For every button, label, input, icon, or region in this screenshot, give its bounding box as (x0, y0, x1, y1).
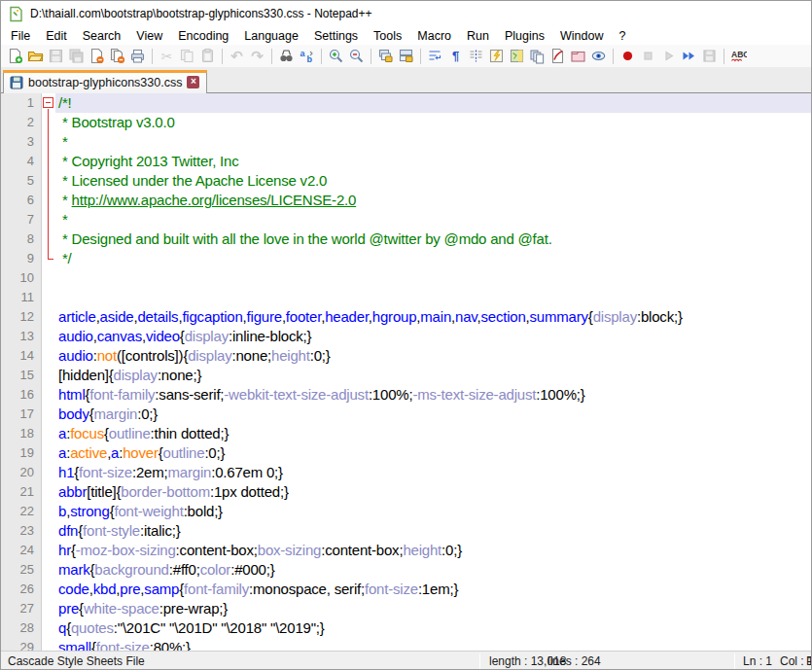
line-number[interactable]: 12 (1, 307, 42, 327)
line-number[interactable]: 16 (1, 385, 42, 405)
code-line-text[interactable]: * Designed and built with all the love i… (55, 229, 811, 249)
line-number[interactable]: 10 (1, 268, 42, 288)
copy-icon[interactable] (177, 47, 197, 66)
tab-bootstrap-glyphicons330[interactable]: bootstrap-glyphicons330.css × (3, 70, 207, 93)
code-line-text[interactable]: small{font-size:80%;} (55, 638, 811, 651)
sync-horizontal-icon[interactable] (396, 47, 416, 66)
code-line-text[interactable]: abbr[title]{border-bottom:1px dotted;} (55, 482, 811, 502)
close-tab-icon[interactable]: × (187, 76, 199, 88)
project-panel-icon[interactable] (568, 47, 588, 66)
menu-item-search[interactable]: Search (75, 28, 129, 44)
code-line-text[interactable]: b,strong{font-weight:bold;} (55, 502, 811, 521)
save-icon[interactable] (46, 47, 66, 66)
menu-item-settings[interactable]: Settings (306, 28, 366, 44)
document-list-icon[interactable] (527, 47, 547, 66)
line-number[interactable]: 27 (1, 599, 42, 618)
print-icon[interactable] (127, 47, 148, 66)
line-number[interactable]: 7 (1, 210, 42, 229)
code-line-text[interactable]: * (55, 210, 811, 229)
code-line-text[interactable]: pre{white-space:pre-wrap;} (55, 599, 811, 618)
zoom-out-icon[interactable] (346, 47, 367, 66)
line-number[interactable]: 4 (1, 152, 42, 171)
word-wrap-icon[interactable] (425, 47, 445, 66)
line-number[interactable]: 18 (1, 424, 42, 443)
code-line-text[interactable]: body{margin:0;} (55, 405, 811, 424)
line-number[interactable]: 5 (1, 171, 42, 191)
line-number[interactable]: 3 (1, 132, 42, 152)
line-number[interactable]: 13 (1, 327, 42, 346)
line-number[interactable]: 14 (1, 346, 42, 366)
code-line-text[interactable]: * http://www.apache.org/licenses/LICENSE… (55, 191, 811, 210)
line-number[interactable]: 19 (1, 443, 42, 463)
code-line-text[interactable] (55, 288, 811, 307)
undo-icon[interactable]: ↶ (227, 47, 247, 66)
code-line-text[interactable]: audio,canvas,video{display:inline-block;… (55, 327, 811, 346)
menu-item-macro[interactable]: Macro (409, 28, 459, 44)
code-line-text[interactable]: h1{font-size:2em;margin:0.67em 0;} (55, 463, 811, 482)
document-map-icon[interactable] (507, 47, 527, 66)
macro-save-icon[interactable] (699, 47, 720, 66)
menu-item-language[interactable]: Language (236, 28, 306, 44)
code-line-text[interactable]: code,kbd,pre,samp{font-family:monospace,… (55, 580, 811, 599)
code-line-text[interactable]: dfn{font-style:italic;} (55, 521, 811, 541)
menu-item-file[interactable]: File (3, 28, 38, 44)
function-list-icon[interactable] (486, 47, 507, 66)
show-all-characters-icon[interactable]: ¶ (445, 47, 466, 66)
code-line-text[interactable]: /*! (55, 93, 811, 113)
code-line-text[interactable]: */ (55, 249, 811, 268)
file-monitoring-icon[interactable] (588, 47, 609, 66)
code-line-text[interactable]: * (55, 132, 811, 152)
menu-item-window[interactable]: Window (552, 28, 611, 44)
line-number[interactable]: 22 (1, 502, 42, 521)
menu-item-view[interactable]: View (128, 28, 170, 44)
zoom-in-icon[interactable] (326, 47, 346, 66)
line-number[interactable]: 23 (1, 521, 42, 541)
redo-icon[interactable]: ↷ (247, 47, 267, 66)
code-line-text[interactable]: [hidden]{display:none;} (55, 366, 811, 385)
line-number[interactable]: 9 (1, 249, 42, 268)
menu-item-help[interactable]: ? (611, 28, 633, 44)
line-number[interactable]: 15 (1, 366, 42, 385)
line-number[interactable]: 17 (1, 405, 42, 424)
code-line-text[interactable]: a:focus{outline:thin dotted;} (55, 424, 811, 443)
macro-play-icon[interactable] (658, 47, 679, 66)
paste-icon[interactable] (197, 47, 218, 66)
line-number[interactable]: 1 (1, 93, 42, 113)
open-folder-icon[interactable] (25, 47, 46, 66)
new-file-icon[interactable] (5, 47, 25, 66)
fold-collapse-icon[interactable] (42, 93, 55, 113)
close-doc-icon[interactable] (87, 47, 107, 66)
line-number[interactable]: 28 (1, 618, 42, 638)
macro-stop-icon[interactable] (638, 47, 658, 66)
cut-icon[interactable]: ✂ (157, 47, 177, 66)
macro-run-multiple-icon[interactable] (679, 47, 699, 66)
menu-item-tools[interactable]: Tools (366, 28, 409, 44)
menu-item-edit[interactable]: Edit (38, 28, 75, 44)
menu-item-run[interactable]: Run (459, 28, 497, 44)
line-number[interactable]: 11 (1, 288, 42, 307)
function-pen-icon[interactable] (547, 47, 568, 66)
line-number[interactable]: 26 (1, 580, 42, 599)
code-line-text[interactable]: html{font-family:sans-serif;-webkit-text… (55, 385, 811, 405)
code-line-text[interactable]: q{quotes:"\201C" "\201D" "\2018" "\2019"… (55, 618, 811, 638)
indent-guide-icon[interactable] (466, 47, 486, 66)
code-line-text[interactable]: * Copyright 2013 Twitter, Inc (55, 152, 811, 171)
replace-icon[interactable]: ab (297, 47, 317, 66)
code-line-text[interactable]: audio:not([controls]){display:none;heigh… (55, 346, 811, 366)
code-line-text[interactable]: * Licensed under the Apache License v2.0 (55, 171, 811, 191)
menu-item-plugins[interactable]: Plugins (497, 28, 552, 44)
code-line-text[interactable]: hr{-moz-box-sizing:content-box;box-sizin… (55, 541, 811, 560)
line-number[interactable]: 24 (1, 541, 42, 560)
editor-area[interactable]: 1/*!2 * Bootstrap v3.0.03 *4 * Copyright… (1, 93, 811, 651)
line-number[interactable]: 2 (1, 113, 42, 132)
macro-record-icon[interactable] (618, 47, 638, 66)
code-line-text[interactable]: * Bootstrap v3.0.0 (55, 113, 811, 132)
close-all-docs-icon[interactable] (107, 47, 127, 66)
find-icon[interactable] (276, 47, 297, 66)
code-line-text[interactable]: article,aside,details,figcaption,figure,… (55, 307, 811, 327)
line-number[interactable]: 21 (1, 482, 42, 502)
spell-check-icon[interactable]: ABC (728, 47, 749, 66)
code-line-text[interactable]: a:active,a:hover{outline:0;} (55, 443, 811, 463)
code-line-text[interactable]: mark{background:#ff0;color:#000;} (55, 560, 811, 580)
line-number[interactable]: 25 (1, 560, 42, 580)
